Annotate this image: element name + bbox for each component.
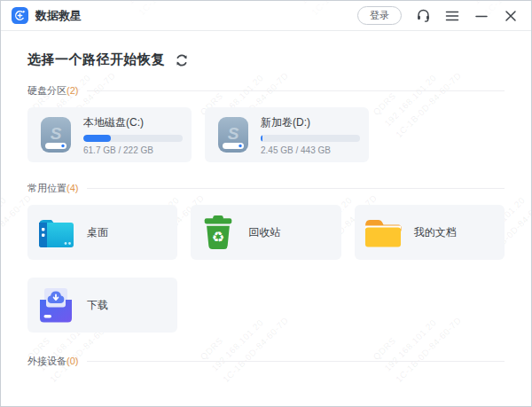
common-label: 常用位置 bbox=[27, 183, 66, 193]
drive-usage-text: 61.7 GB / 222 GB bbox=[83, 145, 183, 155]
app-logo-icon bbox=[12, 7, 28, 24]
drive-card-d[interactable]: S 新加卷(D:) 2.45 GB / 443 GB bbox=[205, 107, 369, 162]
drive-card-c[interactable]: S 本地磁盘(C:) 61.7 GB / 222 GB bbox=[27, 107, 192, 162]
location-card-documents[interactable]: 我的文档 bbox=[355, 205, 505, 260]
app-window: QDRS 192.168.101.20 1C-1B-0D-84-60-7DQDR… bbox=[0, 0, 532, 407]
minimize-icon[interactable] bbox=[473, 8, 489, 24]
partitions-count: (2) bbox=[66, 85, 78, 96]
download-tray-icon bbox=[36, 286, 75, 324]
menu-icon[interactable] bbox=[444, 8, 460, 24]
partitions-grid: S 本地磁盘(C:) 61.7 GB / 222 GB bbox=[27, 107, 505, 162]
location-card-desktop[interactable]: 桌面 bbox=[27, 205, 177, 260]
hard-drive-icon: S bbox=[36, 115, 75, 154]
drive-name: 本地磁盘(C:) bbox=[83, 115, 183, 130]
drive-usage-fill bbox=[83, 135, 111, 142]
location-card-downloads[interactable]: 下载 bbox=[27, 278, 177, 333]
svg-text:♻: ♻ bbox=[212, 229, 225, 245]
location-name: 桌面 bbox=[87, 225, 108, 240]
drive-usage-bar bbox=[83, 135, 183, 142]
hard-drive-icon: S bbox=[214, 115, 253, 154]
documents-folder-icon bbox=[364, 215, 403, 249]
support-headset-icon[interactable] bbox=[415, 8, 431, 24]
svg-text:S: S bbox=[51, 124, 62, 143]
drive-usage-bar bbox=[261, 135, 360, 142]
location-card-recycle-bin[interactable]: ♻ 回收站 bbox=[191, 205, 340, 260]
svg-text:S: S bbox=[228, 124, 239, 143]
drive-name: 新加卷(D:) bbox=[261, 115, 360, 130]
page-title: 选择一个路径开始恢复 bbox=[27, 51, 165, 68]
titlebar: 数据救星 登录 bbox=[1, 1, 531, 31]
app-title: 数据救星 bbox=[35, 8, 82, 24]
location-name: 我的文档 bbox=[414, 225, 457, 240]
external-label: 外接设备 bbox=[27, 356, 66, 366]
divider bbox=[87, 188, 505, 189]
section-header-partitions: 硬盘分区(2) bbox=[27, 84, 505, 98]
location-name: 回收站 bbox=[248, 225, 280, 240]
desktop-folder-icon bbox=[36, 215, 75, 250]
common-count: (4) bbox=[66, 183, 78, 193]
drive-usage-text: 2.45 GB / 443 GB bbox=[261, 145, 360, 155]
refresh-icon[interactable] bbox=[175, 53, 189, 67]
drive-usage-fill bbox=[261, 135, 262, 142]
recycle-bin-icon: ♻ bbox=[200, 214, 237, 251]
section-header-external: 外接设备(0) bbox=[27, 355, 505, 368]
section-header-common: 常用位置(4) bbox=[27, 182, 505, 195]
external-count: (0) bbox=[66, 356, 78, 366]
login-button[interactable]: 登录 bbox=[357, 6, 402, 24]
divider bbox=[87, 90, 505, 91]
divider bbox=[87, 361, 505, 362]
locations-grid: 桌面 ♻ 回收站 bbox=[27, 205, 505, 333]
close-icon[interactable] bbox=[503, 8, 519, 24]
location-name: 下载 bbox=[87, 298, 108, 313]
partitions-label: 硬盘分区 bbox=[27, 85, 66, 96]
